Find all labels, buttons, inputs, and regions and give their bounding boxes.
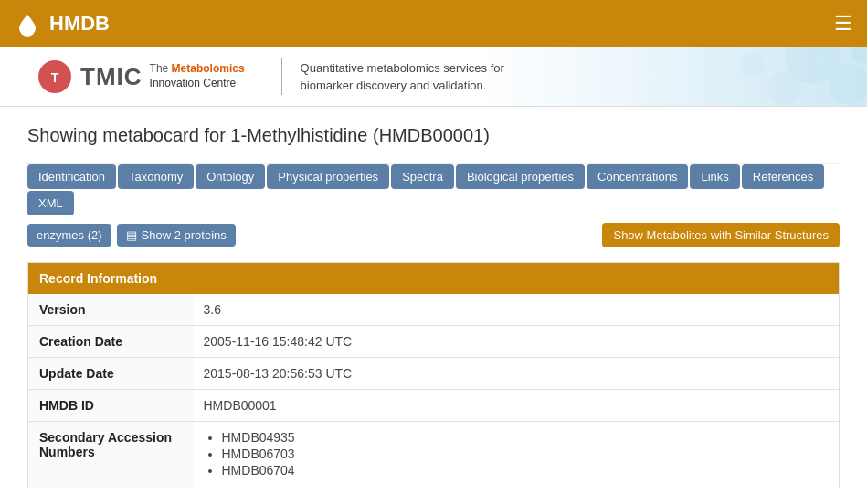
tab-biological-properties[interactable]: Biological properties — [456, 164, 585, 189]
creation-date-label: Creation Date — [28, 326, 193, 358]
tmic-banner: T TMIC The MetabolomicsInnovation Centre… — [0, 47, 867, 107]
svg-point-4 — [768, 72, 801, 105]
version-value: 3.6 — [193, 294, 840, 326]
page-heading: Showing metabocard for 1-Methylhistidine… — [27, 125, 840, 146]
sub-bar-left: enzymes (2) ▤ Show 2 proteins — [27, 224, 236, 247]
show-proteins-button[interactable]: ▤ Show 2 proteins — [117, 224, 236, 247]
tmic-hex-icon: T — [37, 58, 73, 95]
tab-spectra[interactable]: Spectra — [391, 164, 454, 189]
hamburger-button[interactable]: ☰ — [834, 12, 852, 36]
tab-ontology[interactable]: Ontology — [196, 164, 265, 189]
brand-logo[interactable]: HMDB — [15, 11, 110, 37]
table-row: Secondary Accession Numbers HMDB04935 HM… — [28, 422, 840, 488]
brand-title: HMDB — [49, 12, 110, 36]
tab-taxonomy[interactable]: Taxonomy — [118, 164, 194, 189]
tab-concentrations[interactable]: Concentrations — [587, 164, 688, 189]
list-item: HMDB06703 — [222, 446, 829, 461]
tmic-logo-text: TMIC — [80, 63, 143, 91]
nav-tabs: Identification Taxonomy Ontology Physica… — [27, 164, 840, 215]
tagline-line2: biomarker discovery and validation. — [301, 77, 504, 95]
tmic-tagline: Quantitative metabolomics services for b… — [301, 59, 504, 95]
drop-icon — [15, 11, 40, 37]
creation-date-value: 2005-11-16 15:48:42 UTC — [193, 326, 840, 358]
hmdb-id-label: HMDB ID — [28, 390, 193, 422]
update-date-value: 2015-08-13 20:56:53 UTC — [193, 358, 840, 390]
secondary-accession-values: HMDB04935 HMDB06703 HMDB06704 — [193, 422, 840, 488]
secondary-accession-label: Secondary Accession Numbers — [28, 422, 193, 488]
table-row: Version 3.6 — [28, 294, 840, 326]
svg-point-5 — [817, 47, 844, 75]
list-item: HMDB06704 — [222, 463, 829, 478]
sub-bar: enzymes (2) ▤ Show 2 proteins Show Metab… — [27, 223, 840, 247]
list-icon: ▤ — [126, 228, 137, 242]
hmdb-id-value: HMDB00001 — [193, 390, 840, 422]
version-label: Version — [28, 294, 193, 326]
table-row: Creation Date 2005-11-16 15:48:42 UTC — [28, 326, 840, 358]
accession-list: HMDB04935 HMDB06703 HMDB06704 — [204, 430, 829, 478]
tab-references[interactable]: References — [742, 164, 824, 189]
tab-identification[interactable]: Identification — [27, 164, 116, 189]
update-date-label: Update Date — [28, 358, 193, 390]
record-header: Record Information — [28, 263, 840, 295]
svg-point-7 — [851, 47, 867, 63]
table-row: Update Date 2015-08-13 20:56:53 UTC — [28, 358, 840, 390]
hex-bg-decoration — [575, 47, 867, 107]
page-title: Showing metabocard for 1-Methylhistidine… — [27, 125, 840, 164]
show-proteins-label: Show 2 proteins — [142, 228, 227, 242]
tmic-divider — [281, 58, 282, 95]
record-table: Record Information Version 3.6 Creation … — [27, 262, 840, 488]
tab-physical-properties[interactable]: Physical properties — [267, 164, 389, 189]
table-row: HMDB ID HMDB00001 — [28, 390, 840, 422]
svg-text:T: T — [51, 70, 59, 85]
tab-links[interactable]: Links — [690, 164, 739, 189]
tmic-subtitle: The MetabolomicsInnovation Centre — [150, 62, 245, 90]
tab-xml[interactable]: XML — [27, 191, 74, 215]
tagline-line1: Quantitative metabolomics services for — [301, 59, 504, 78]
list-item: HMDB04935 — [222, 430, 829, 445]
top-navbar: HMDB ☰ — [0, 0, 867, 47]
tmic-logo: T TMIC The MetabolomicsInnovation Centre — [37, 58, 245, 95]
enzymes-button[interactable]: enzymes (2) — [27, 224, 111, 247]
similar-structures-button[interactable]: Show Metabolites with Similar Structures — [602, 223, 840, 247]
main-content: Showing metabocard for 1-Methylhistidine… — [0, 107, 867, 504]
svg-point-6 — [740, 53, 766, 79]
